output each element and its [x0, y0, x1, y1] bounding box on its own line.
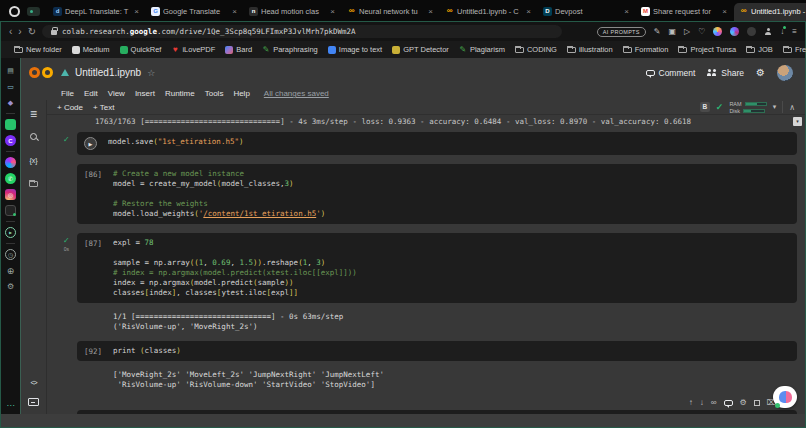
address-input[interactable]: colab.research.google.com/drive/1Qe_3Scp… — [42, 25, 562, 38]
bookmark-item[interactable]: illustration — [564, 45, 616, 54]
edit-icon[interactable]: ✎ — [654, 27, 661, 36]
bookmark-item[interactable]: Bard — [222, 45, 255, 54]
green-app-icon[interactable] — [5, 119, 16, 130]
menu-insert[interactable]: Insert — [135, 89, 155, 98]
resource-meter[interactable]: RAM Disk — [729, 101, 766, 114]
downloads-icon[interactable]: ↓ — [780, 27, 784, 36]
menu-edit[interactable]: Edit — [84, 89, 98, 98]
send-icon[interactable]: ▷ — [684, 27, 690, 36]
tab-close-icon[interactable]: × — [428, 7, 433, 16]
tune-icon[interactable]: ≡ — [792, 27, 797, 36]
bookmark-heart-icon[interactable]: ♡ — [698, 27, 705, 36]
terminal-icon[interactable] — [27, 396, 41, 408]
code-snippets-icon[interactable]: <> — [27, 376, 41, 388]
profile-icon[interactable] — [764, 28, 772, 36]
move-cell-up-icon[interactable]: ↑ — [689, 399, 693, 407]
screenshare-app-icon[interactable] — [5, 205, 16, 216]
avatar[interactable] — [777, 65, 793, 81]
history-icon[interactable] — [5, 249, 16, 260]
cell-code[interactable]: model.save("1st_etiration.h5") — [108, 137, 789, 150]
tab-close-icon[interactable]: × — [232, 7, 237, 16]
editor-badge[interactable]: B — [700, 102, 710, 112]
bookmark-item[interactable]: ✎Plagiarism — [456, 45, 508, 54]
add-comment-icon[interactable] — [724, 400, 733, 406]
move-cell-down-icon[interactable]: ↓ — [700, 399, 704, 407]
whatsapp-icon[interactable] — [5, 173, 16, 184]
tab-close-icon[interactable]: × — [330, 7, 335, 16]
bookmark-item[interactable]: Formation — [620, 45, 672, 54]
opera-logo-icon[interactable] — [9, 6, 20, 17]
bookmark-item[interactable]: Medium — [69, 45, 113, 54]
instagram-icon[interactable] — [5, 189, 16, 200]
extension-icon[interactable] — [713, 27, 722, 36]
forward-icon[interactable]: › — [18, 27, 21, 37]
cell-code[interactable]: print (classes) — [113, 346, 789, 356]
assistant-extension-button[interactable] — [773, 386, 797, 408]
share-button[interactable]: Share — [707, 68, 744, 78]
code-cell[interactable]: [92] print (classes) — [77, 341, 797, 361]
cell-code[interactable]: # Create a new model instance model = cr… — [113, 169, 789, 219]
scroll-indicator[interactable]: ▾ — [793, 117, 802, 126]
settings-icon[interactable] — [5, 281, 16, 292]
ai-prompts-button[interactable]: AI PROMPTS — [597, 27, 646, 37]
cell-settings-icon[interactable]: ⚙ — [740, 399, 747, 407]
menu-view[interactable]: View — [108, 89, 125, 98]
workspace-icon[interactable] — [27, 7, 40, 16]
browser-tab[interactable]: n Head motion clas × — [244, 3, 340, 21]
table-of-contents-icon[interactable] — [27, 108, 41, 120]
menu-runtime[interactable]: Runtime — [165, 89, 195, 98]
colab-logo-icon[interactable] — [29, 67, 53, 79]
bookmark-item[interactable]: GPT Detector — [389, 45, 452, 54]
browser-tab[interactable]: D Devpost × — [538, 3, 634, 21]
menu-tools[interactable]: Tools — [205, 89, 224, 98]
bookmark-item[interactable]: ♥iLovePDF — [168, 45, 218, 54]
extension-icon[interactable] — [747, 27, 756, 36]
gear-icon[interactable]: ⚙ — [756, 67, 765, 78]
messenger-icon[interactable] — [5, 157, 16, 168]
find-icon[interactable] — [27, 131, 41, 143]
extension-icon[interactable] — [730, 27, 739, 36]
files-icon[interactable] — [27, 177, 41, 189]
workspace-app-icon[interactable] — [5, 65, 16, 76]
code-cell[interactable]: ✓ ▶ model.save("1st_etiration.h5") — [77, 132, 797, 155]
bookmark-item[interactable]: Project Tunsa — [675, 45, 739, 54]
resources-dropdown-icon[interactable]: ▾ — [773, 103, 777, 111]
comment-button[interactable]: Comment — [646, 68, 696, 78]
tab-close-icon[interactable]: × — [624, 7, 629, 16]
bookmark-item[interactable]: Freelance — [780, 45, 806, 54]
browser-tab[interactable]: M Share request for × — [636, 3, 732, 21]
tab-close-icon[interactable]: × — [134, 7, 139, 16]
chat-app-icon[interactable] — [5, 81, 16, 92]
code-cell[interactable]: [86] # Create a new model instance model… — [77, 164, 797, 224]
browser-tab-active[interactable]: ∞ Untitled1.ipynb - C × — [734, 3, 806, 21]
notebook-title[interactable]: Untitled1.ipynb — [75, 67, 141, 78]
browser-tab[interactable]: d DeepL Translate: T × — [48, 3, 144, 21]
sidebar-more-icon[interactable]: ⋯ — [7, 401, 15, 410]
tab-close-icon[interactable]: × — [526, 7, 531, 16]
menu-help[interactable]: Help — [233, 89, 249, 98]
cell-code[interactable]: expl = 78 sample = np.array((1, 0.69, 1.… — [113, 238, 789, 298]
collapse-icon[interactable]: ∧ — [789, 103, 795, 112]
player-icon[interactable] — [5, 227, 16, 238]
browser-tab[interactable]: ∞ Untitled1.ipynb - C × — [440, 3, 536, 21]
purple-app-icon[interactable] — [5, 135, 16, 146]
code-cell-focused[interactable]: ▶ if classes[index]== 'MoveRight_2s': r=… — [77, 410, 797, 414]
lock-icon[interactable] — [51, 30, 57, 35]
notebook-scroll[interactable]: ▾ 1763/1763 [===========================… — [47, 115, 805, 414]
web-icon[interactable] — [5, 265, 16, 276]
bookmark-item[interactable]: QuickRef — [117, 45, 165, 54]
bookmark-item[interactable]: CODING — [512, 45, 560, 54]
browser-tab[interactable]: ∞ Neural network tu × — [342, 3, 438, 21]
bookmark-item[interactable]: Image to text — [325, 45, 385, 54]
add-text-button[interactable]: + Text — [93, 103, 114, 112]
run-cell-button[interactable]: ▶ — [84, 137, 97, 150]
code-cell[interactable]: ✓0s [87] expl = 78 sample = np.array((1,… — [77, 233, 797, 303]
back-icon[interactable]: ‹ — [9, 27, 12, 37]
game-app-icon[interactable] — [5, 97, 16, 108]
variables-icon[interactable]: {x} — [27, 154, 41, 166]
menu-file[interactable]: File — [61, 89, 74, 98]
save-status-link[interactable]: All changes saved — [264, 89, 329, 98]
tab-close-icon[interactable]: × — [722, 7, 727, 16]
copy-link-icon[interactable]: ∞ — [711, 399, 717, 407]
star-icon[interactable]: ☆ — [147, 68, 155, 78]
